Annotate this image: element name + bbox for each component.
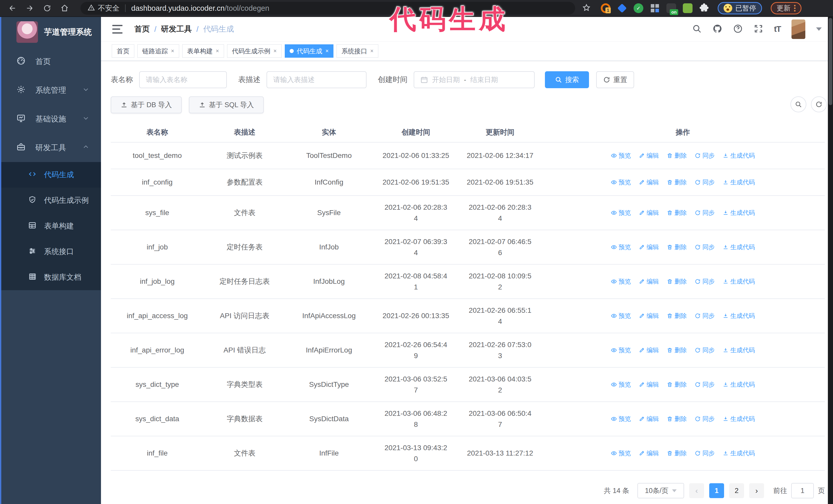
action-delete[interactable]: 删除: [667, 345, 687, 355]
ext-grid-icon[interactable]: [650, 3, 660, 13]
sidebar-item-infra[interactable]: 基础设施: [0, 104, 101, 133]
scrollbar-thumb[interactable]: [829, 18, 832, 105]
action-delete[interactable]: 删除: [667, 242, 687, 252]
action-delete[interactable]: 删除: [667, 177, 687, 187]
sidebar-subitem[interactable]: 代码生成示例: [0, 188, 101, 213]
font-size-icon[interactable]: tT: [774, 24, 781, 34]
reset-button[interactable]: 重置: [596, 71, 634, 88]
app-logo[interactable]: 芋道管理系统: [0, 17, 101, 47]
github-icon[interactable]: [713, 24, 722, 34]
date-range-picker[interactable]: 开始日期 - 结束日期: [414, 71, 535, 88]
toggle-search-button[interactable]: [790, 96, 806, 112]
action-preview[interactable]: 预览: [611, 448, 631, 458]
page-button-1[interactable]: 1: [709, 483, 724, 498]
home-icon[interactable]: [60, 3, 70, 13]
tab-系统接口[interactable]: 系统接口×: [336, 44, 378, 58]
action-edit[interactable]: 编辑: [639, 177, 659, 187]
action-sync[interactable]: 同步: [695, 311, 715, 320]
action-delete[interactable]: 删除: [667, 380, 687, 389]
import-sql-button[interactable]: 基于 SQL 导入: [189, 96, 264, 113]
table-name-input[interactable]: 请输入表名称: [139, 71, 227, 88]
goto-page-input[interactable]: 1: [791, 483, 814, 498]
action-sync[interactable]: 同步: [695, 151, 715, 160]
action-preview[interactable]: 预览: [611, 414, 631, 424]
tab-表单构建[interactable]: 表单构建×: [182, 44, 224, 58]
next-page-button[interactable]: ›: [749, 483, 764, 498]
action-generate[interactable]: 生成代码: [722, 414, 755, 424]
action-sync[interactable]: 同步: [695, 208, 715, 217]
sidebar-subitem[interactable]: 代码生成: [0, 162, 101, 188]
browser-update-button[interactable]: 更新: [771, 2, 802, 14]
chevron-down-icon[interactable]: [816, 27, 822, 31]
bookmark-star-icon[interactable]: [582, 4, 591, 13]
action-generate[interactable]: 生成代码: [722, 151, 755, 160]
action-generate[interactable]: 生成代码: [722, 208, 755, 217]
action-delete[interactable]: 删除: [667, 448, 687, 458]
action-edit[interactable]: 编辑: [639, 208, 659, 217]
action-edit[interactable]: 编辑: [639, 380, 659, 389]
browser-menu-icon[interactable]: [794, 5, 795, 11]
action-edit[interactable]: 编辑: [639, 311, 659, 320]
sidebar-item-devtools[interactable]: 研发工具: [0, 133, 101, 162]
action-delete[interactable]: 删除: [667, 414, 687, 424]
action-sync[interactable]: 同步: [695, 242, 715, 252]
action-preview[interactable]: 预览: [611, 208, 631, 217]
sidebar-item-home[interactable]: 首页: [0, 47, 101, 76]
sidebar-subitem[interactable]: 表单构建: [0, 213, 101, 239]
table-desc-input[interactable]: 请输入表描述: [266, 71, 366, 88]
sidebar-subitem[interactable]: 数据库文档: [0, 265, 101, 290]
close-icon[interactable]: ×: [216, 48, 219, 54]
prev-page-button[interactable]: ‹: [689, 483, 704, 498]
action-preview[interactable]: 预览: [611, 311, 631, 320]
import-db-button[interactable]: 基于 DB 导入: [111, 96, 182, 113]
ext-plant-icon[interactable]: [683, 3, 693, 13]
action-sync[interactable]: 同步: [695, 345, 715, 355]
action-delete[interactable]: 删除: [667, 277, 687, 286]
sidebar-subitem[interactable]: 系统接口: [0, 239, 101, 265]
action-generate[interactable]: 生成代码: [722, 380, 755, 389]
action-generate[interactable]: 生成代码: [722, 277, 755, 286]
extensions-puzzle-icon[interactable]: [699, 3, 709, 13]
close-icon[interactable]: ×: [273, 48, 277, 54]
action-preview[interactable]: 预览: [611, 380, 631, 389]
tab-链路追踪[interactable]: 链路追踪×: [137, 44, 179, 58]
action-delete[interactable]: 删除: [667, 208, 687, 217]
action-generate[interactable]: 生成代码: [722, 242, 755, 252]
action-sync[interactable]: 同步: [695, 277, 715, 286]
forward-icon[interactable]: [25, 3, 35, 13]
page-size-select[interactable]: 10条/页: [638, 483, 684, 498]
close-icon[interactable]: ×: [370, 48, 374, 54]
action-generate[interactable]: 生成代码: [722, 448, 755, 458]
refresh-table-button[interactable]: [811, 96, 827, 112]
close-icon[interactable]: ×: [326, 48, 329, 54]
action-generate[interactable]: 生成代码: [722, 311, 755, 320]
tab-代码生成示例[interactable]: 代码生成示例×: [227, 44, 282, 58]
action-sync[interactable]: 同步: [695, 448, 715, 458]
ext-on-switch-icon[interactable]: on: [666, 3, 676, 13]
action-sync[interactable]: 同步: [695, 177, 715, 187]
action-edit[interactable]: 编辑: [639, 277, 659, 286]
sidebar-item-system[interactable]: 系统管理: [0, 76, 101, 104]
tab-代码生成[interactable]: 代码生成×: [285, 44, 334, 58]
ext-green-check-icon[interactable]: ✓: [634, 3, 643, 13]
action-generate[interactable]: 生成代码: [722, 177, 755, 187]
action-delete[interactable]: 删除: [667, 151, 687, 160]
tab-首页[interactable]: 首页: [112, 44, 134, 58]
action-preview[interactable]: 预览: [611, 177, 631, 187]
close-icon[interactable]: ×: [171, 48, 174, 54]
action-edit[interactable]: 编辑: [639, 448, 659, 458]
action-preview[interactable]: 预览: [611, 345, 631, 355]
action-preview[interactable]: 预览: [611, 151, 631, 160]
action-generate[interactable]: 生成代码: [722, 345, 755, 355]
profile-paused-badge[interactable]: 已暂停: [718, 2, 762, 14]
action-preview[interactable]: 预览: [611, 242, 631, 252]
page-button-2[interactable]: 2: [729, 483, 744, 498]
avatar[interactable]: [791, 20, 805, 39]
window-scrollbar[interactable]: [828, 17, 833, 504]
action-delete[interactable]: 删除: [667, 311, 687, 320]
hamburger-icon[interactable]: [112, 25, 122, 33]
ext-orange-ring-icon[interactable]: 1: [601, 3, 611, 13]
breadcrumb-item[interactable]: 首页: [134, 24, 150, 34]
action-sync[interactable]: 同步: [695, 380, 715, 389]
action-edit[interactable]: 编辑: [639, 242, 659, 252]
